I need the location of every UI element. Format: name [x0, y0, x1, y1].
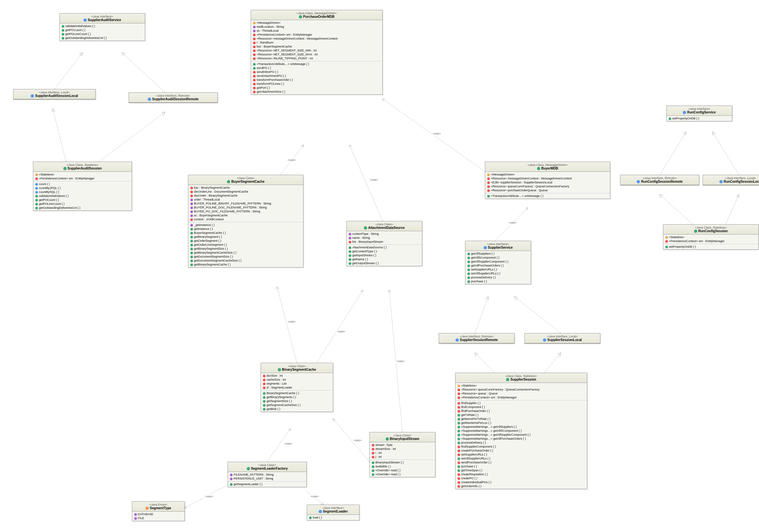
attribute: «EJB» supplierSession : SupplierSessionL… [487, 181, 608, 184]
class-SupplierAuditService[interactable]: «Java Interface»SupplierAuditServicevali… [60, 13, 145, 41]
use-label: «use» [310, 495, 320, 498]
visibility-icon [253, 42, 256, 44]
visibility-icon [458, 385, 460, 387]
class-name: SegmentLoader [310, 510, 357, 513]
attribute: stream : byte [372, 443, 433, 447]
attribute: «Stateless» [35, 173, 130, 177]
visibility-icon [190, 256, 193, 258]
attribute: «MessageDriven» [487, 173, 608, 177]
stereotype: «Java Interface» [62, 15, 142, 18]
attribute: BUYER_POLINE_DOC_FILENAME_PATTERN : Stri… [190, 205, 301, 209]
class-RunConfigService[interactable]: «Java Interface»RunConfigServicesetPrope… [666, 105, 732, 121]
visibility-icon [190, 199, 193, 201]
attribute: wsdlLocation : String [253, 25, 380, 29]
svg-line-22 [307, 491, 323, 505]
attribute: name : String [349, 236, 420, 240]
class-SupplierService[interactable]: «Java Interface»SupplierServicegetAllSup… [465, 241, 531, 284]
svg-line-3 [99, 112, 165, 162]
type-icon [227, 180, 230, 184]
visibility-icon [458, 414, 460, 417]
visibility-icon [253, 67, 256, 69]
method: setAllSupplierURLs ( ) [458, 457, 585, 461]
method: getOrderLineSegment ( ) [190, 243, 301, 247]
methods: load ( ) [307, 515, 359, 520]
use-label: «use» [287, 320, 297, 323]
attribute: order : ThreadLocal [190, 198, 301, 201]
method: «Override» read ( ) [372, 472, 433, 476]
class-SupplierSession[interactable]: «Java Class, Stateless»SupplierSession«S… [455, 373, 587, 489]
attribute: dscOrder : BinarySegmentCache [190, 194, 301, 198]
visibility-icon [263, 408, 265, 411]
visibility-icon [190, 236, 193, 238]
visibility-icon [253, 22, 256, 24]
class-RunConfigSession[interactable]: «Java Class, Stateless»RunConfigSession«… [663, 224, 759, 250]
method: processDelivery ( ) [467, 275, 529, 279]
visibility-icon [372, 444, 375, 447]
class-name: SupplierAuditService [62, 18, 142, 22]
visibility-icon [665, 236, 668, 239]
attribute: «Stateless» [458, 384, 585, 388]
method: findComponent ( ) [458, 405, 585, 409]
use-label: «use» [370, 178, 379, 182]
class-SupplierSessionLocal[interactable]: «Java Interface, Local»SupplierSessionLo… [525, 333, 600, 344]
class-header: «Java Enum»SegmentType [132, 502, 184, 512]
method: BinaryInputStream ( ) [372, 461, 433, 465]
class-SupplierAuditSessionLocal[interactable]: «Java Interface, Local»SupplierAuditSess… [13, 89, 96, 100]
method: createPurchaseOrder ( ) [458, 449, 585, 453]
class-header: «Java Class, MessageDriven»PurchaseOrder… [251, 10, 382, 20]
visibility-icon [253, 79, 256, 81]
class-PurchaseOrderMDB[interactable]: «Java Class, MessageDriven»PurchaseOrder… [251, 10, 382, 95]
visibility-icon [263, 400, 265, 403]
visibility-icon [349, 254, 351, 257]
visibility-icon [190, 252, 193, 254]
visibility-icon [349, 250, 351, 253]
class-BuyerMDB[interactable]: «Java Class, MessageDriven»BuyerMDB«Mess… [485, 162, 610, 199]
attributes: bsc : BinarySegmentCachedscOrderLine : D… [188, 185, 303, 222]
visibility-icon [263, 404, 265, 407]
visibility-icon [35, 199, 38, 201]
method: getBinarySegmentCache ( ) [190, 263, 301, 266]
visibility-icon [349, 246, 351, 249]
type-icon [694, 229, 697, 233]
method: getBinarySegmentSize ( ) [190, 247, 301, 251]
class-RunConfigSessionRemote[interactable]: «Java Interface, Remote»RunConfigSession… [620, 175, 699, 185]
stereotype: «Java Interface, Remote» [132, 94, 215, 97]
method: getDocumentSegmentSize ( ) [190, 255, 301, 259]
class-BinaryInputStream[interactable]: «Java Class»BinaryInputStreamstream : by… [370, 432, 435, 477]
class-SegmentLoader[interactable]: «Java Interface»SegmentLoaderload ( ) [307, 505, 360, 520]
visibility-icon [253, 63, 256, 66]
use-label: «use» [284, 442, 293, 445]
attribute: «Resource» queue : Queue [458, 391, 585, 395]
stereotype: «Java Interface, Remote» [623, 177, 696, 180]
methods: BinaryInputStream ( )available ( )«Overr… [370, 460, 435, 477]
svg-line-11 [475, 297, 488, 333]
class-SupplierAuditSession[interactable]: «Java Class, Stateless»SupplierAuditSess… [33, 162, 132, 211]
visibility-icon [487, 189, 490, 192]
visibility-icon [467, 261, 470, 263]
visibility-icon [372, 456, 375, 459]
method: setAllSupplierURLs ( ) [467, 271, 529, 275]
type-icon [145, 507, 149, 510]
class-RunConfigSessionLocal[interactable]: «Java Interface, Local»RunConfigSessionL… [702, 175, 759, 185]
class-SupplierSessionRemote[interactable]: «Java Interface, Remote»SupplierSessionR… [439, 333, 515, 344]
method: getBinarySegmentCacheSize ( ) [190, 251, 301, 255]
visibility-icon [190, 248, 193, 250]
visibility-icon [458, 389, 460, 391]
stereotype: «Java Class, Stateless» [458, 374, 584, 378]
visibility-icon [253, 54, 256, 56]
method: getOutstandingDeliveriesCnt ( ) [35, 206, 130, 210]
attributes: «Stateless»«Resource» queueConnFactory :… [456, 383, 587, 400]
class-BuyerSegmentCache[interactable]: «Java Class»BuyerSegmentCachebsc : Binar… [188, 175, 303, 267]
class-BinarySegmentCache[interactable]: «Java Class»BinarySegmentCachedocSize : … [260, 363, 333, 412]
type-icon [456, 338, 459, 342]
use-label: «use» [353, 439, 363, 442]
class-AttachmentDataSource[interactable]: «Java Class»AttachmentDataSourcecontentT… [346, 221, 422, 266]
class-SegmentType[interactable]: «Java Enum»SegmentTypeDATABASEFILE [132, 501, 185, 521]
method: getOutputStream ( ) [349, 261, 420, 265]
class-SupplierAuditSessionRemote[interactable]: «Java Interface, Remote»SupplierAuditSes… [129, 92, 218, 103]
attribute: FILE [134, 516, 182, 520]
class-header: «Java Class, MessageDriven»BuyerMDB [485, 162, 610, 172]
use-label: «use» [287, 158, 297, 162]
visibility-icon [35, 195, 38, 198]
class-SegmentLoaderFactory[interactable]: «Java Class»SegmentLoaderFactoryFILENAME… [228, 462, 307, 487]
